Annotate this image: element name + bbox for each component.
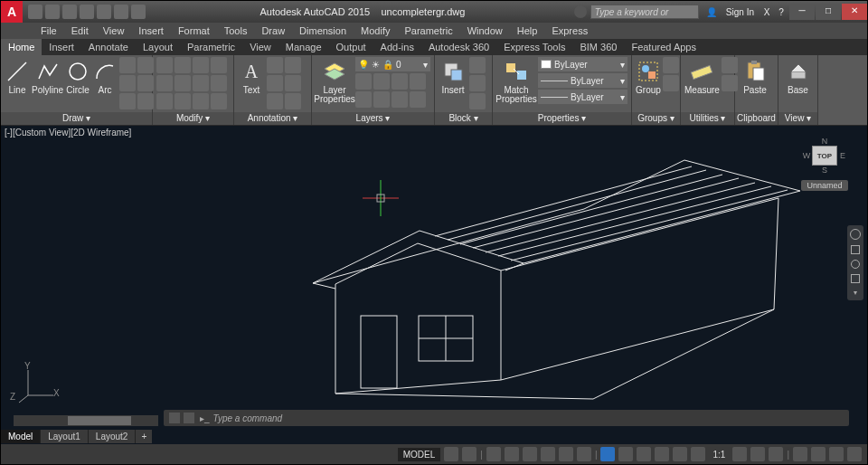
ortho-icon[interactable] [486, 447, 501, 461]
menu-express[interactable]: Express [544, 25, 595, 36]
menu-view[interactable]: View [96, 25, 132, 36]
layout-tab-2[interactable]: Layout2 [89, 430, 137, 443]
minimize-button[interactable]: ─ [789, 4, 815, 20]
viewcube-top[interactable]: TOP [812, 146, 837, 166]
tab-output[interactable]: Output [329, 39, 373, 55]
workspace-icon[interactable] [750, 447, 765, 461]
draw-tool-icon[interactable] [137, 75, 154, 91]
polyline-button[interactable]: Polyline [32, 57, 63, 95]
tab-view[interactable]: View [242, 39, 278, 55]
stretch-icon[interactable] [156, 93, 173, 109]
3dosnap-icon[interactable] [637, 447, 651, 461]
selection-filter-icon[interactable] [673, 447, 687, 461]
layer-properties-button[interactable]: Layer Properties [316, 57, 354, 104]
anno-monitor-icon[interactable] [769, 447, 783, 461]
tab-a360[interactable]: Autodesk 360 [421, 39, 496, 55]
clean-screen-icon[interactable] [829, 447, 844, 461]
insert-button[interactable]: Insert [439, 57, 467, 95]
command-line[interactable]: ▸_ Type a command [164, 410, 849, 426]
exchange-icon[interactable]: X [760, 7, 774, 17]
group-button[interactable]: Group [636, 57, 661, 95]
block-tool-icon[interactable] [469, 93, 486, 109]
annot-tool-icon[interactable] [285, 93, 301, 109]
tab-layout[interactable]: Layout [136, 39, 180, 55]
tab-home[interactable]: Home [1, 39, 42, 55]
layer-dropdown[interactable]: 💡☀🔒0▾ [355, 57, 430, 71]
layout-add-button[interactable]: + [136, 430, 152, 443]
trim-icon[interactable] [193, 57, 209, 73]
lineweight-dropdown[interactable]: ByLayer▾ [538, 73, 627, 88]
layer-tool-icon[interactable] [355, 73, 372, 90]
panel-label[interactable]: View ▾ [778, 112, 817, 125]
qat-redo-icon[interactable] [131, 5, 146, 19]
group-edit-icon[interactable] [663, 75, 679, 91]
annot-tool-icon[interactable] [285, 75, 301, 91]
menu-dimension[interactable]: Dimension [292, 25, 354, 36]
viewcube-s[interactable]: S [822, 166, 827, 175]
maximize-button[interactable]: □ [816, 4, 841, 20]
menu-help[interactable]: Help [510, 25, 545, 36]
menu-format[interactable]: Format [171, 25, 217, 36]
panel-label[interactable]: Annotation ▾ [234, 112, 311, 125]
status-model[interactable]: MODEL [398, 448, 441, 461]
tab-bim360[interactable]: BIM 360 [572, 39, 624, 55]
cmd-close-icon[interactable] [169, 413, 180, 423]
anno-scale[interactable]: 1:1 [709, 449, 729, 460]
tab-express[interactable]: Express Tools [496, 39, 572, 55]
edit-block-icon[interactable] [469, 75, 486, 91]
draw-tool-icon[interactable] [119, 75, 136, 91]
leader-icon[interactable] [285, 57, 301, 73]
offset-icon[interactable] [211, 93, 227, 109]
selection-cycling-icon[interactable] [618, 447, 633, 461]
cmd-config-icon[interactable] [184, 413, 194, 423]
zoom-icon[interactable] [851, 260, 860, 269]
menu-window[interactable]: Window [460, 25, 510, 36]
tab-addins[interactable]: Add-ins [373, 39, 421, 55]
dynamic-input-icon[interactable] [600, 447, 615, 461]
line-button[interactable]: Line [5, 57, 30, 95]
panel-label[interactable]: Utilities ▾ [681, 112, 734, 125]
gizmo-icon[interactable] [691, 447, 705, 461]
qat-undo-icon[interactable] [114, 5, 128, 19]
close-button[interactable]: ✕ [842, 4, 867, 20]
match-properties-button[interactable]: Match Properties [496, 57, 536, 104]
draw-tool-icon[interactable] [137, 57, 154, 73]
qat-save-icon[interactable] [62, 5, 77, 19]
steering-wheel-icon[interactable] [850, 229, 861, 240]
layout-tab-1[interactable]: Layout1 [41, 430, 89, 443]
fillet-icon[interactable] [193, 75, 209, 91]
transparency-icon[interactable] [577, 447, 591, 461]
qat-new-icon[interactable] [28, 5, 42, 19]
anno-visibility-icon[interactable] [732, 447, 747, 461]
osnap-icon[interactable] [523, 447, 537, 461]
menu-file[interactable]: File [33, 25, 64, 36]
horizontal-scrollbar[interactable] [14, 415, 158, 426]
tab-annotate[interactable]: Annotate [81, 39, 136, 55]
draw-tool-icon[interactable] [137, 93, 154, 109]
move-icon[interactable] [156, 57, 173, 73]
draw-tool-icon[interactable] [119, 57, 136, 73]
table-icon[interactable] [267, 75, 283, 91]
draw-tool-icon[interactable] [119, 93, 136, 109]
layer-tool-icon[interactable] [373, 91, 390, 108]
text-button[interactable]: AText [238, 57, 265, 95]
snap-icon[interactable] [462, 447, 476, 461]
app-logo[interactable]: A [1, 1, 23, 23]
copy-icon[interactable] [156, 75, 173, 91]
erase-icon[interactable] [211, 57, 227, 73]
menu-parametric[interactable]: Parametric [397, 25, 459, 36]
tab-parametric[interactable]: Parametric [180, 39, 242, 55]
scrollbar-thumb[interactable] [68, 416, 131, 425]
command-input[interactable]: Type a command [213, 413, 283, 423]
rotate-icon[interactable] [175, 57, 191, 73]
panel-label[interactable]: Draw ▾ [1, 112, 152, 125]
layer-tool-icon[interactable] [392, 73, 408, 90]
orbit-icon[interactable] [851, 274, 860, 283]
layer-tool-icon[interactable] [392, 91, 408, 108]
menu-insert[interactable]: Insert [131, 25, 171, 36]
panel-label[interactable]: Groups ▾ [632, 112, 680, 125]
measure-button[interactable]: Measure [684, 57, 720, 95]
menu-edit[interactable]: Edit [64, 25, 96, 36]
viewcube-e[interactable]: E [840, 151, 845, 160]
search-icon[interactable] [574, 5, 587, 18]
